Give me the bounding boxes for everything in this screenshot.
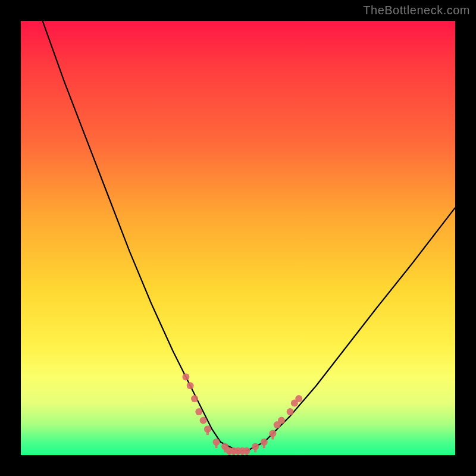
marker-tick xyxy=(233,451,235,455)
marker-dot xyxy=(187,382,194,389)
marker-dot xyxy=(182,374,189,381)
watermark-label: TheBottleneck.com xyxy=(363,4,470,17)
marker-dot xyxy=(191,395,198,402)
marker-tick xyxy=(271,434,274,440)
marker-tick xyxy=(206,429,209,435)
marker-dot xyxy=(195,408,202,415)
marker-tick xyxy=(254,446,256,452)
marker-dot xyxy=(287,408,294,415)
marker-tick xyxy=(228,451,230,455)
marker-tick xyxy=(215,442,218,448)
plot-area xyxy=(21,21,455,455)
marker-dot xyxy=(295,395,302,402)
marker-group xyxy=(182,374,302,455)
marker-tick xyxy=(263,442,265,448)
chart-frame: TheBottleneck.com xyxy=(0,0,476,476)
curve-svg xyxy=(21,21,455,455)
marker-dot xyxy=(200,417,207,424)
marker-tick xyxy=(246,451,248,455)
marker-tick xyxy=(237,451,239,455)
marker-tick xyxy=(224,446,226,452)
marker-dot xyxy=(278,417,285,424)
bottleneck-curve xyxy=(43,21,456,451)
marker-tick xyxy=(241,451,243,455)
